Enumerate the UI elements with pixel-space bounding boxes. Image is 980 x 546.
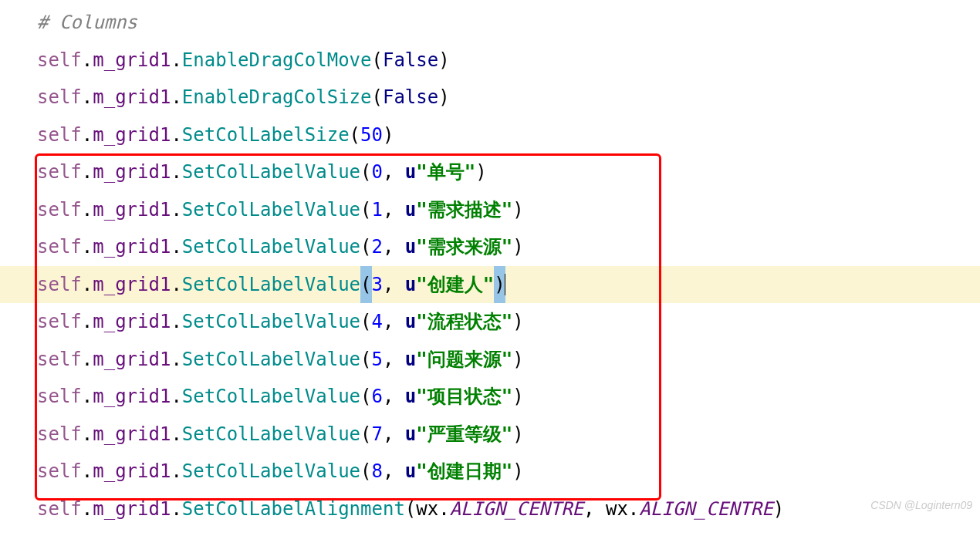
code-line-current: self.m_grid1.SetColLabelValue(3, u"创建人") [0,266,980,304]
code-line: self.m_grid1.SetColLabelValue(8, u"创建日期"… [0,453,980,490]
text-cursor [505,274,505,295]
code-line: self.m_grid1.SetColLabelValue(2, u"需求来源"… [0,228,980,266]
bracket-match-close: ) [494,266,505,304]
code-line: self.m_grid1.SetColLabelSize(50) [0,116,980,154]
code-line: self.m_grid1.EnableDragColSize(False) [0,79,980,116]
code-line: self.m_grid1.SetColLabelValue(0, u"单号") [0,153,980,191]
code-line: self.m_grid1.EnableDragColMove(False) [0,42,980,79]
code-line: self.m_grid1.SetColLabelValue(1, u"需求描述"… [0,191,980,229]
bracket-match-open: ( [360,266,371,304]
code-block: # Columns self.m_grid1.EnableDragColMove… [0,0,980,527]
code-line: # Columns [0,4,980,42]
code-line: self.m_grid1.SetColLabelValue(5, u"问题来源"… [0,341,980,379]
code-line: self.m_grid1.SetColLabelValue(7, u"严重等级"… [0,416,980,453]
watermark-text: CSDN @Logintern09 [870,487,972,524]
code-line: self.m_grid1.SetColLabelAlignment(wx.ALI… [0,490,980,528]
comment-text: # Columns [37,4,137,42]
code-line: self.m_grid1.SetColLabelValue(4, u"流程状态"… [0,303,980,341]
code-line: self.m_grid1.SetColLabelValue(6, u"项目状态"… [0,378,980,416]
